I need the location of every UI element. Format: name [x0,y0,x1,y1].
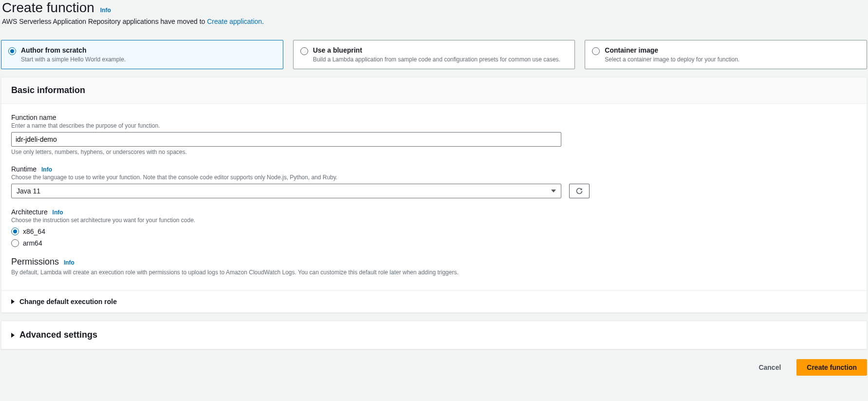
caret-right-icon [11,333,15,338]
runtime-refresh-button[interactable] [569,184,590,198]
runtime-field: Runtime Info Choose the language to use … [11,165,857,198]
radio-icon [11,239,19,247]
permissions-section: Permissions Info By default, Lambda will… [11,257,857,276]
permissions-desc: By default, Lambda will create an execut… [11,269,857,276]
runtime-hint: Choose the language to use to write your… [11,174,857,181]
basic-information-panel: Basic information Function name Enter a … [1,77,867,313]
architecture-option-label: x86_64 [23,228,45,235]
refresh-icon [575,187,583,195]
radio-icon [592,47,600,55]
change-execution-role-toggle[interactable]: Change default execution role [1,290,867,312]
panel-header: Basic information [1,77,867,104]
radio-icon [11,228,19,235]
subdesc-prefix: AWS Serverless Application Repository ap… [2,18,207,25]
architecture-label: Architecture [11,208,48,216]
architecture-field: Architecture Info Choose the instruction… [11,208,857,247]
option-sub: Select a container image to deploy for y… [605,56,739,63]
radio-icon [300,47,308,55]
runtime-value: Java 11 [17,187,40,195]
create-application-link[interactable]: Create application [207,18,262,25]
runtime-select[interactable]: Java 11 [11,184,561,198]
option-use-blueprint[interactable]: Use a blueprint Build a Lambda applicati… [293,40,575,69]
runtime-info-link[interactable]: Info [41,166,52,173]
cancel-button[interactable]: Cancel [749,359,791,376]
option-title: Container image [605,46,739,54]
page-info-link[interactable]: Info [100,7,111,14]
chevron-down-icon [551,190,556,192]
page-subdesc: AWS Serverless Application Repository ap… [2,18,867,25]
architecture-option-label: arm64 [23,239,42,247]
function-name-input[interactable] [11,132,561,147]
change-execution-role-label: Change default execution role [19,298,117,306]
option-container-image[interactable]: Container image Select a container image… [585,40,867,69]
option-title: Author from scratch [21,46,126,54]
option-sub: Build a Lambda application from sample c… [313,56,560,63]
architecture-option-arm64[interactable]: arm64 [11,239,857,247]
runtime-label: Runtime [11,165,37,173]
basic-information-heading: Basic information [11,85,857,95]
function-name-hint: Enter a name that describes the purpose … [11,122,857,129]
permissions-info-link[interactable]: Info [64,259,74,266]
architecture-option-x86-64[interactable]: x86_64 [11,228,857,235]
footer-actions: Cancel Create function [1,357,867,382]
option-author-from-scratch[interactable]: Author from scratch Start with a simple … [1,40,283,69]
permissions-label: Permissions [11,257,59,267]
advanced-settings-label: Advanced settings [19,330,97,340]
option-sub: Start with a simple Hello World example. [21,56,126,63]
architecture-info-link[interactable]: Info [53,209,63,216]
function-name-field: Function name Enter a name that describe… [11,114,857,155]
function-name-constraint: Use only letters, numbers, hyphens, or u… [11,149,857,155]
option-title: Use a blueprint [313,46,560,54]
subdesc-suffix: . [262,18,264,25]
advanced-settings-toggle[interactable]: Advanced settings [1,321,867,349]
caret-right-icon [11,299,15,304]
function-name-label: Function name [11,114,857,121]
architecture-hint: Choose the instruction set architecture … [11,217,857,224]
radio-icon [8,47,16,55]
authoring-options: Author from scratch Start with a simple … [1,40,867,69]
create-function-button[interactable]: Create function [796,359,867,376]
page-title: Create function [2,0,94,15]
